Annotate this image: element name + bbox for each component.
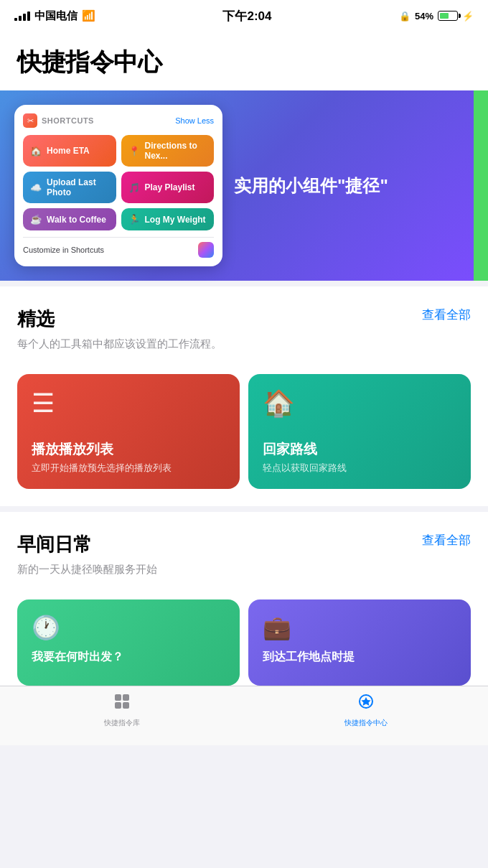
wifi-icon: 📶 — [82, 9, 95, 22]
widget-btn-home-eta[interactable]: 🏠 Home ETA — [23, 135, 116, 167]
card-playlist[interactable]: ☰ 播放播放列表 立即开始播放预先选择的播放列表 — [17, 374, 240, 489]
tab-gallery-icon — [357, 692, 375, 715]
card-home-route-title: 回家路线 — [263, 441, 456, 459]
page-title: 快捷指令中心 — [17, 46, 471, 79]
green-accent — [475, 90, 488, 281]
morning-card-arrive-title: 到达工作地点时提 — [263, 650, 456, 665]
hero-banner: ✂ SHORTCUTS Show Less 🏠 Home ETA 📍 Direc… — [0, 90, 488, 281]
log-weight-label: Log My Weight — [145, 215, 206, 225]
morning-section: 早间日常 查看全部 新的一天从捷径唤醒服务开始 — [0, 512, 488, 599]
upload-icon: ☁️ — [30, 182, 42, 193]
card-playlist-subtitle: 立即开始播放预先选择的播放列表 — [32, 462, 225, 475]
card-home-route-subtitle: 轻点以获取回家路线 — [263, 462, 456, 475]
page-title-section: 快捷指令中心 — [0, 32, 488, 90]
divider-2 — [0, 506, 488, 512]
home-route-icon: 🏠 — [263, 388, 456, 419]
hero-title: 实用的小组件"捷径" — [234, 174, 474, 197]
signal-icon — [14, 11, 30, 21]
tab-library-label: 快捷指令库 — [104, 718, 140, 728]
clock-icon: 🕐 — [32, 614, 225, 641]
widget-btn-playlist[interactable]: 🎵 Play Playlist — [121, 172, 215, 203]
widget-header-left: ✂ SHORTCUTS — [23, 113, 94, 128]
coffee-label: Walk to Coffee — [47, 215, 106, 225]
status-time: 下午2:04 — [222, 8, 271, 24]
playlist-label: Play Playlist — [145, 182, 195, 192]
battery-percent: 54% — [415, 11, 433, 22]
battery-icon — [438, 11, 458, 21]
widget-title: SHORTCUTS — [42, 116, 94, 125]
morning-header: 早间日常 查看全部 — [17, 532, 471, 557]
featured-header: 精选 查看全部 — [17, 307, 471, 332]
customize-text: Customize in Shortcuts — [23, 246, 104, 254]
coffee-icon: ☕ — [30, 214, 42, 225]
card-playlist-title: 播放播放列表 — [32, 441, 225, 459]
svg-rect-1 — [123, 694, 129, 701]
morning-card-arrive[interactable]: 💼 到达工作地点时提 — [248, 599, 471, 686]
card-playlist-bottom: 播放播放列表 立即开始播放预先选择的播放列表 — [32, 441, 225, 475]
featured-view-all[interactable]: 查看全部 — [422, 307, 471, 323]
svg-rect-0 — [115, 694, 121, 701]
svg-rect-2 — [115, 702, 121, 709]
featured-subtitle: 每个人的工具箱中都应该设置的工作流程。 — [17, 336, 471, 351]
playlist-icon: 🎵 — [128, 182, 140, 193]
widget-buttons-grid: 🏠 Home ETA 📍 Directions to Nex... ☁️ Upl… — [23, 135, 214, 230]
tab-library-icon — [113, 692, 131, 715]
status-right: 🔒 54% ⚡ — [399, 11, 474, 22]
tab-gallery-label: 快捷指令中心 — [344, 718, 388, 728]
divider-1 — [0, 281, 488, 286]
morning-card-depart-title: 我要在何时出发？ — [32, 650, 225, 665]
home-eta-label: Home ETA — [47, 146, 90, 156]
briefcase-icon: 💼 — [263, 614, 456, 641]
playlist-card-icon: ☰ — [32, 388, 225, 419]
morning-subtitle: 新的一天从捷径唤醒服务开始 — [17, 561, 471, 577]
widget-customize: Customize in Shortcuts — [23, 237, 214, 258]
widget-btn-coffee[interactable]: ☕ Walk to Coffee — [23, 208, 116, 230]
main-content: 快捷指令中心 ✂ SHORTCUTS Show Less 🏠 Home ETA … — [0, 32, 488, 686]
card-home-route-bottom: 回家路线 轻点以获取回家路线 — [263, 441, 456, 475]
status-left: 中国电信 📶 — [14, 9, 95, 23]
svg-rect-3 — [123, 702, 129, 709]
lock-icon: 🔒 — [399, 11, 410, 22]
upload-label: Upload Last Photo — [47, 177, 109, 197]
featured-section: 精选 查看全部 每个人的工具箱中都应该设置的工作流程。 — [0, 286, 488, 374]
tab-gallery[interactable]: 快捷指令中心 — [244, 692, 488, 728]
featured-cards: ☰ 播放播放列表 立即开始播放预先选择的播放列表 🏠 回家路线 轻点以获取回家路… — [0, 374, 488, 506]
morning-title: 早间日常 — [17, 532, 92, 557]
widget-btn-upload[interactable]: ☁️ Upload Last Photo — [23, 172, 116, 203]
widget-header: ✂ SHORTCUTS Show Less — [23, 113, 214, 128]
home-eta-icon: 🏠 — [30, 146, 42, 157]
widget-preview: ✂ SHORTCUTS Show Less 🏠 Home ETA 📍 Direc… — [14, 105, 222, 266]
charging-icon: ⚡ — [462, 11, 474, 22]
tab-library[interactable]: 快捷指令库 — [0, 692, 244, 728]
hero-text: 实用的小组件"捷径" — [234, 174, 474, 197]
featured-title: 精选 — [17, 307, 55, 332]
morning-view-all[interactable]: 查看全部 — [422, 532, 471, 549]
morning-card-depart[interactable]: 🕐 我要在何时出发？ — [17, 599, 240, 686]
shortcuts-app-icon: ✂ — [23, 113, 37, 128]
directions-icon: 📍 — [128, 146, 140, 157]
carrier-label: 中国电信 — [34, 9, 78, 23]
card-home-route[interactable]: 🏠 回家路线 轻点以获取回家路线 — [248, 374, 471, 489]
directions-label: Directions to Nex... — [145, 141, 207, 161]
tab-bar: 快捷指令库 快捷指令中心 — [0, 686, 488, 745]
morning-cards: 🕐 我要在何时出发？ 💼 到达工作地点时提 — [0, 599, 488, 686]
show-less-button[interactable]: Show Less — [175, 116, 214, 125]
widget-btn-directions[interactable]: 📍 Directions to Nex... — [121, 135, 215, 167]
log-weight-icon: 🏃 — [128, 214, 140, 225]
widget-btn-log-weight[interactable]: 🏃 Log My Weight — [121, 208, 215, 230]
shortcuts-logo-icon — [198, 242, 214, 258]
status-bar: 中国电信 📶 下午2:04 🔒 54% ⚡ — [0, 0, 488, 32]
